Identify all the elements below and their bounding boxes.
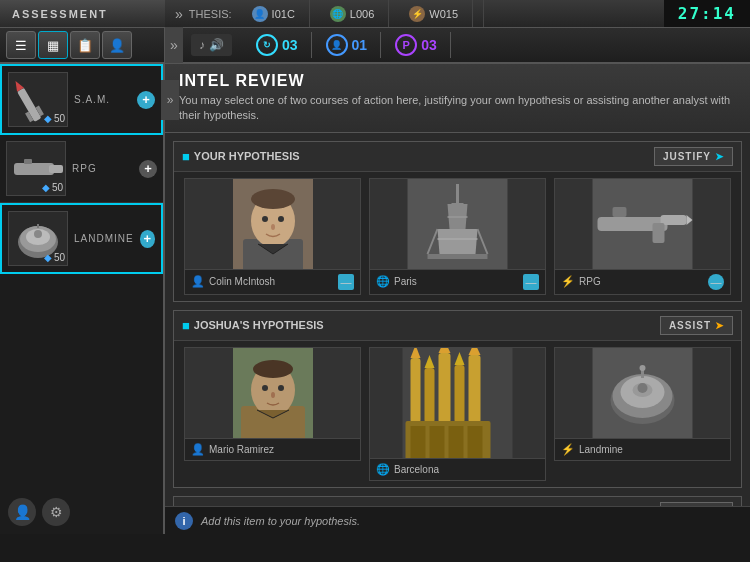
colin-label: 👤 Colin McIntosh bbox=[191, 275, 275, 288]
joshua-assist-arrow: ➤ bbox=[715, 320, 724, 331]
mario-footer: 👤 Mario Ramirez bbox=[185, 438, 360, 460]
sidebar-avatar: 👤 bbox=[8, 498, 36, 526]
svg-point-39 bbox=[262, 385, 268, 391]
card-view-button[interactable]: ▦ bbox=[38, 31, 68, 59]
card-landmine-joshua: ⚡ Landmine bbox=[554, 347, 731, 461]
thesis-section: » THESIS: 👤 I01C 🌐 L006 ⚡ W015 bbox=[165, 0, 484, 27]
landmine-visual-joshua bbox=[555, 348, 730, 438]
svg-point-41 bbox=[271, 392, 275, 398]
svg-marker-24 bbox=[438, 229, 478, 254]
agent-badge-person: 👤 I01C bbox=[238, 0, 310, 27]
info-icon: i bbox=[175, 512, 193, 530]
colin-remove-button[interactable]: — bbox=[338, 274, 354, 290]
svg-rect-43 bbox=[411, 358, 421, 423]
svg-point-40 bbox=[278, 385, 284, 391]
sidebar-item-rpg[interactable]: ◆ 50 RPG + bbox=[0, 135, 163, 203]
person-icon: 👤 bbox=[252, 6, 268, 22]
hyp-mark-your: ■ bbox=[182, 149, 190, 164]
card-paris: 🌐 Paris — bbox=[369, 178, 546, 295]
mario-visual bbox=[185, 348, 360, 438]
sam-thumbnail: ◆ 50 bbox=[8, 72, 68, 127]
sam-cost: ◆ 50 bbox=[44, 113, 65, 124]
svg-rect-47 bbox=[439, 353, 451, 423]
music-icon: ♪ bbox=[199, 38, 205, 52]
sidebar-item-sam[interactable]: ◆ 50 S.A.M. + » bbox=[0, 64, 163, 135]
mario-label: 👤 Mario Ramirez bbox=[191, 443, 274, 456]
list-view-button[interactable]: ☰ bbox=[6, 31, 36, 59]
toolbar-left: ☰ ▦ 📋 👤 bbox=[0, 28, 165, 62]
landmine-add-button[interactable]: + bbox=[140, 230, 155, 248]
rpg-info: RPG bbox=[72, 163, 133, 174]
weapon-icon-rpg: ⚡ bbox=[561, 275, 575, 288]
svg-point-17 bbox=[278, 216, 284, 222]
joshua-assist-button[interactable]: ASSIST ➤ bbox=[660, 316, 733, 335]
rpg-thumbnail: ◆ 50 bbox=[6, 141, 66, 196]
barcelona-footer-joshua: 🌐 Barcelona bbox=[370, 458, 545, 480]
audio-icon: 🔊 bbox=[209, 38, 224, 52]
svg-point-38 bbox=[253, 360, 293, 378]
svg-rect-55 bbox=[430, 426, 445, 458]
rpg-label: RPG bbox=[72, 163, 133, 174]
agent-badge-globe: 🌐 L006 bbox=[316, 0, 389, 27]
your-hypothesis-section: ■ YOUR HYPOTHESIS JUSTIFY ➤ bbox=[173, 141, 742, 302]
svg-rect-56 bbox=[449, 426, 464, 458]
paris-remove-button[interactable]: — bbox=[523, 274, 539, 290]
toolbar: ☰ ▦ 📋 👤 » ♪ 🔊 ↻ 03 👤 01 P 03 bbox=[0, 28, 750, 64]
svg-rect-51 bbox=[469, 355, 481, 423]
card-barcelona-joshua: 🌐 Barcelona bbox=[369, 347, 546, 481]
landmine-cost: ◆ 50 bbox=[44, 252, 65, 263]
timer-display: 27:14 bbox=[664, 0, 750, 27]
sidebar-settings[interactable]: ⚙ bbox=[42, 498, 70, 526]
agent-badge-weapon: ⚡ W015 bbox=[395, 0, 473, 27]
joshua-hypothesis-title: ■ JOSHUA'S HYPOTHESIS bbox=[182, 318, 324, 333]
justify-button[interactable]: JUSTIFY ➤ bbox=[654, 147, 733, 166]
detail-view-button[interactable]: 📋 bbox=[70, 31, 100, 59]
stat-cycle: ↻ 03 bbox=[242, 28, 312, 62]
toolbar-expand[interactable]: » bbox=[165, 27, 183, 63]
svg-rect-28 bbox=[428, 254, 488, 259]
paris-footer: 🌐 Paris — bbox=[370, 269, 545, 294]
joshua-hypothesis-header: ■ JOSHUA'S HYPOTHESIS ASSIST ➤ bbox=[174, 311, 741, 341]
sam-add-button[interactable]: + bbox=[137, 91, 155, 109]
landmine-weapon-icon bbox=[555, 348, 730, 438]
weapon-icon-landmine: ⚡ bbox=[561, 443, 575, 456]
colin-footer: 👤 Colin McIntosh — bbox=[185, 269, 360, 294]
thesis-label: THESIS: bbox=[189, 8, 232, 20]
svg-point-18 bbox=[271, 224, 275, 230]
rpg-label: ⚡ RPG bbox=[561, 275, 601, 288]
rpg-weapon-icon bbox=[555, 179, 730, 269]
your-hypothesis-title: ■ YOUR HYPOTHESIS bbox=[182, 149, 300, 164]
sidebar-bottom: 👤 ⚙ bbox=[0, 490, 163, 534]
landmine-footer-joshua: ⚡ Landmine bbox=[555, 438, 730, 460]
paris-icon bbox=[370, 179, 545, 269]
barcelona-visual-joshua bbox=[370, 348, 545, 458]
status-message: Add this item to your hypothesis. bbox=[201, 515, 360, 527]
top-bar: ASSESSMENT » THESIS: 👤 I01C 🌐 L006 ⚡ W01… bbox=[0, 0, 750, 28]
colin-visual bbox=[185, 179, 360, 269]
svg-rect-49 bbox=[455, 365, 465, 423]
svg-point-63 bbox=[638, 383, 648, 393]
sidebar-item-landmine[interactable]: ◆ 50 LANDMINE + bbox=[0, 203, 163, 274]
svg-rect-54 bbox=[411, 426, 426, 458]
status-bar: i Add this item to your hypothesis. bbox=[165, 506, 750, 534]
person-stat-icon: 👤 bbox=[326, 34, 348, 56]
rpg-remove-button[interactable]: — bbox=[708, 274, 724, 290]
sidebar-expand-arrow[interactable]: » bbox=[161, 80, 179, 120]
hyp-mark-joshua: ■ bbox=[182, 318, 190, 333]
rpg-add-button[interactable]: + bbox=[139, 160, 157, 178]
card-colin: 👤 Colin McIntosh — bbox=[184, 178, 361, 295]
svg-rect-5 bbox=[49, 165, 63, 173]
toolbar-media: ♪ 🔊 bbox=[191, 34, 232, 56]
mario-portrait bbox=[233, 348, 313, 438]
sam-label: S.A.M. bbox=[74, 94, 131, 105]
stat-person: 👤 01 bbox=[312, 28, 382, 62]
intel-title: INTEL REVIEW bbox=[179, 72, 736, 90]
sidebar: ◆ 50 S.A.M. + » ◆ bbox=[0, 64, 165, 534]
barcelona-label-joshua: 🌐 Barcelona bbox=[376, 463, 439, 476]
profile-button[interactable]: 👤 bbox=[102, 31, 132, 59]
intel-header: INTEL REVIEW You may select one of two c… bbox=[165, 64, 750, 133]
globe-icon-paris: 🌐 bbox=[376, 275, 390, 288]
svg-point-10 bbox=[34, 230, 42, 238]
colin-portrait bbox=[233, 179, 313, 269]
paris-visual bbox=[370, 179, 545, 269]
